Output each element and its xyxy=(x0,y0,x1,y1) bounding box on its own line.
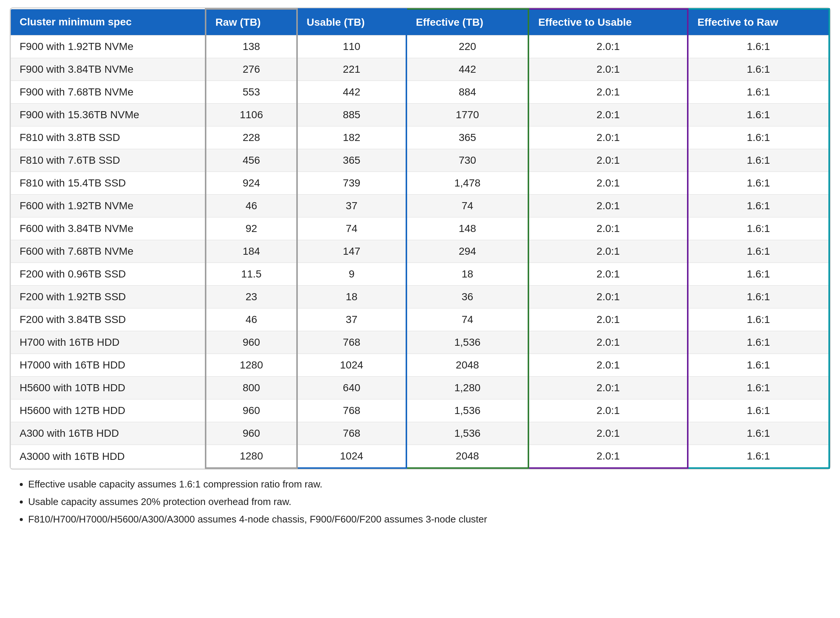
cell-eff-usable: 2.0:1 xyxy=(529,331,688,354)
cell-usable: 147 xyxy=(297,240,407,263)
cell-spec: F600 with 3.84TB NVMe xyxy=(10,217,206,240)
cell-spec: F900 with 3.84TB NVMe xyxy=(10,58,206,81)
cell-eff-raw: 1.6:1 xyxy=(688,217,829,240)
cell-effective: 1,536 xyxy=(407,400,529,422)
cell-raw: 276 xyxy=(206,58,297,81)
cell-raw: 1280 xyxy=(206,445,297,468)
cell-usable: 9 xyxy=(297,263,407,286)
cell-eff-raw: 1.6:1 xyxy=(688,149,829,172)
cell-eff-usable: 2.0:1 xyxy=(529,217,688,240)
cell-raw: 46 xyxy=(206,195,297,217)
table-row: F200 with 0.96TB SSD11.59182.0:11.6:1 xyxy=(10,263,829,286)
cell-effective: 148 xyxy=(407,217,529,240)
cell-spec: F600 with 7.68TB NVMe xyxy=(10,240,206,263)
cell-eff-raw: 1.6:1 xyxy=(688,377,829,400)
table-row: H700 with 16TB HDD9607681,5362.0:11.6:1 xyxy=(10,331,829,354)
cell-eff-raw: 1.6:1 xyxy=(688,331,829,354)
cell-usable: 1024 xyxy=(297,445,407,468)
table-row: H5600 with 12TB HDD9607681,5362.0:11.6:1 xyxy=(10,400,829,422)
cell-raw: 1280 xyxy=(206,354,297,377)
cell-eff-usable: 2.0:1 xyxy=(529,126,688,149)
cell-eff-raw: 1.6:1 xyxy=(688,240,829,263)
capacity-table: Cluster minimum spec Raw (TB) Usable (TB… xyxy=(10,8,830,469)
table-row: F600 with 3.84TB NVMe92741482.0:11.6:1 xyxy=(10,217,829,240)
table-row: A3000 with 16TB HDD1280102420482.0:11.6:… xyxy=(10,445,829,468)
cell-usable: 885 xyxy=(297,104,407,126)
cell-spec: F810 with 7.6TB SSD xyxy=(10,149,206,172)
cell-raw: 1106 xyxy=(206,104,297,126)
cell-spec: H5600 with 12TB HDD xyxy=(10,400,206,422)
cell-eff-usable: 2.0:1 xyxy=(529,81,688,104)
table-row: H5600 with 10TB HDD8006401,2802.0:11.6:1 xyxy=(10,377,829,400)
cell-eff-usable: 2.0:1 xyxy=(529,286,688,309)
footnote-2: Usable capacity assumes 20% protection o… xyxy=(28,495,831,509)
table-body: F900 with 1.92TB NVMe1381102202.0:11.6:1… xyxy=(10,36,829,468)
cell-eff-usable: 2.0:1 xyxy=(529,36,688,58)
cell-effective: 730 xyxy=(407,149,529,172)
cell-eff-raw: 1.6:1 xyxy=(688,36,829,58)
cell-usable: 768 xyxy=(297,422,407,445)
cell-usable: 182 xyxy=(297,126,407,149)
cell-eff-raw: 1.6:1 xyxy=(688,81,829,104)
cell-raw: 23 xyxy=(206,286,297,309)
table-row: F900 with 1.92TB NVMe1381102202.0:11.6:1 xyxy=(10,36,829,58)
cell-spec: F200 with 1.92TB SSD xyxy=(10,286,206,309)
cell-eff-raw: 1.6:1 xyxy=(688,126,829,149)
table-row: F900 with 3.84TB NVMe2762214422.0:11.6:1 xyxy=(10,58,829,81)
cell-eff-usable: 2.0:1 xyxy=(529,104,688,126)
cell-raw: 11.5 xyxy=(206,263,297,286)
table-row: F810 with 7.6TB SSD4563657302.0:11.6:1 xyxy=(10,149,829,172)
table-header-row: Cluster minimum spec Raw (TB) Usable (TB… xyxy=(10,9,829,36)
cell-effective: 74 xyxy=(407,195,529,217)
footnote-3: F810/H700/H7000/H5600/A300/A3000 assumes… xyxy=(28,512,831,527)
cell-effective: 884 xyxy=(407,81,529,104)
col-header-effective: Effective (TB) xyxy=(407,9,529,36)
table-wrapper: Cluster minimum spec Raw (TB) Usable (TB… xyxy=(10,7,831,469)
cell-usable: 37 xyxy=(297,195,407,217)
cell-eff-usable: 2.0:1 xyxy=(529,354,688,377)
cell-spec: F900 with 1.92TB NVMe xyxy=(10,36,206,58)
cell-eff-usable: 2.0:1 xyxy=(529,240,688,263)
cell-eff-raw: 1.6:1 xyxy=(688,58,829,81)
cell-effective: 220 xyxy=(407,36,529,58)
cell-spec: F200 with 3.84TB SSD xyxy=(10,309,206,331)
cell-eff-usable: 2.0:1 xyxy=(529,263,688,286)
footnote-1: Effective usable capacity assumes 1.6:1 … xyxy=(28,477,831,492)
cell-eff-raw: 1.6:1 xyxy=(688,309,829,331)
cell-usable: 18 xyxy=(297,286,407,309)
table-row: F900 with 15.36TB NVMe110688517702.0:11.… xyxy=(10,104,829,126)
table-row: F200 with 1.92TB SSD2318362.0:11.6:1 xyxy=(10,286,829,309)
cell-usable: 768 xyxy=(297,331,407,354)
table-row: F810 with 15.4TB SSD9247391,4782.0:11.6:… xyxy=(10,172,829,195)
cell-eff-raw: 1.6:1 xyxy=(688,263,829,286)
cell-usable: 365 xyxy=(297,149,407,172)
cell-eff-raw: 1.6:1 xyxy=(688,400,829,422)
cell-usable: 768 xyxy=(297,400,407,422)
cell-effective: 1770 xyxy=(407,104,529,126)
col-header-usable: Usable (TB) xyxy=(297,9,407,36)
cell-raw: 138 xyxy=(206,36,297,58)
table-row: H7000 with 16TB HDD1280102420482.0:11.6:… xyxy=(10,354,829,377)
cell-effective: 2048 xyxy=(407,445,529,468)
cell-eff-usable: 2.0:1 xyxy=(529,149,688,172)
cell-spec: F900 with 7.68TB NVMe xyxy=(10,81,206,104)
col-header-eff-raw: Effective to Raw xyxy=(688,9,829,36)
cell-spec: H700 with 16TB HDD xyxy=(10,331,206,354)
page-container: Cluster minimum spec Raw (TB) Usable (TB… xyxy=(6,4,834,533)
cell-spec: A300 with 16TB HDD xyxy=(10,422,206,445)
cell-spec: A3000 with 16TB HDD xyxy=(10,445,206,468)
cell-spec: H5600 with 10TB HDD xyxy=(10,377,206,400)
cell-eff-usable: 2.0:1 xyxy=(529,377,688,400)
cell-effective: 1,478 xyxy=(407,172,529,195)
cell-raw: 46 xyxy=(206,309,297,331)
cell-spec: F600 with 1.92TB NVMe xyxy=(10,195,206,217)
cell-eff-raw: 1.6:1 xyxy=(688,422,829,445)
cell-eff-usable: 2.0:1 xyxy=(529,58,688,81)
cell-spec: F200 with 0.96TB SSD xyxy=(10,263,206,286)
cell-eff-raw: 1.6:1 xyxy=(688,445,829,468)
cell-usable: 221 xyxy=(297,58,407,81)
cell-raw: 924 xyxy=(206,172,297,195)
table-row: A300 with 16TB HDD9607681,5362.0:11.6:1 xyxy=(10,422,829,445)
cell-spec: F810 with 15.4TB SSD xyxy=(10,172,206,195)
cell-eff-raw: 1.6:1 xyxy=(688,172,829,195)
